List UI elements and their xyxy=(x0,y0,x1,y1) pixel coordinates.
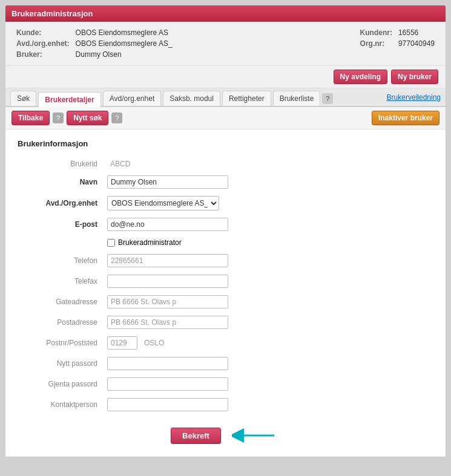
brukerid-value: ABCD xyxy=(107,158,133,170)
avd-org-label: Avd./Org.enhet xyxy=(19,193,104,214)
arrow-container: Bekreft xyxy=(171,426,280,445)
ny-bruker-button[interactable]: Ny bruker xyxy=(391,70,438,84)
avd-org-cell: OBOS Eiendomsmeglere AS_ xyxy=(105,193,432,214)
navn-label: Navn xyxy=(19,172,104,192)
telefax-label: Telefax xyxy=(19,272,104,291)
brukerid-cell: ABCD xyxy=(105,157,432,171)
kundenr-value: 16556 xyxy=(396,28,437,37)
confirm-button[interactable]: Bekreft xyxy=(171,428,221,444)
table-row: Avd./Org.enhet OBOS Eiendomsmeglere AS_ xyxy=(19,193,432,214)
orgnr-label: Org.nr: xyxy=(358,39,395,48)
tab-saksb-modul[interactable]: Saksb. modul xyxy=(163,91,220,106)
postnr-input[interactable] xyxy=(107,336,137,350)
postnr-label: Postnr/Poststed xyxy=(19,333,104,353)
kontaktperson-label: Kontaktperson xyxy=(19,395,104,414)
postadresse-cell xyxy=(105,313,432,332)
brukeradmin-cell: Brukeradministrator xyxy=(105,235,432,250)
outer-container: Brukeradministrasjon Kunde: OBOS Eiendom… xyxy=(0,0,451,462)
tab-sok[interactable]: Søk xyxy=(10,91,36,106)
tab-brukerliste[interactable]: Brukerliste xyxy=(273,91,321,106)
brukerid-label: Brukerid xyxy=(19,157,104,171)
avd-value: OBOS Eiendomsmeglere AS_ xyxy=(73,39,175,48)
postadresse-label: Postadresse xyxy=(19,313,104,332)
bruker-label: Bruker: xyxy=(14,50,72,59)
tabs-row: Søk Brukerdetaljer Avd/org.enhet Saksb. … xyxy=(5,88,446,107)
action-buttons-row: Ny avdeling Ny bruker xyxy=(5,66,446,88)
table-row: E-post xyxy=(19,215,432,234)
table-row: Telefax xyxy=(19,272,432,291)
nytt-passord-label: Nytt passord xyxy=(19,354,104,373)
help-badge-1[interactable]: ? xyxy=(53,112,64,123)
table-row: Telefon xyxy=(19,251,432,270)
ny-avdeling-button[interactable]: Ny avdeling xyxy=(334,70,387,84)
page-title: Brukeradministrasjon xyxy=(12,9,93,18)
orgnr-value: 977040949 xyxy=(396,39,437,48)
telefax-cell xyxy=(105,272,432,291)
kunde-label: Kunde: xyxy=(14,28,72,37)
gateadresse-input[interactable] xyxy=(107,295,228,308)
content-area: Brukerinformasjon Brukerid ABCD Navn xyxy=(5,129,446,457)
table-row: Navn xyxy=(19,172,432,192)
gateadresse-label: Gateadresse xyxy=(19,292,104,311)
navn-input[interactable] xyxy=(107,175,228,189)
toolbar-row: Tilbake ? Nytt søk ? Inaktiver bruker xyxy=(5,107,446,129)
gjenta-passord-label: Gjenta passord xyxy=(19,374,104,394)
telefon-cell xyxy=(105,251,432,270)
avd-org-select-wrapper: OBOS Eiendomsmeglere AS_ xyxy=(107,196,430,210)
help-badge-2[interactable]: ? xyxy=(111,112,122,123)
tab-brukerdetaljer[interactable]: Brukerdetaljer xyxy=(38,92,100,107)
telefon-label: Telefon xyxy=(19,251,104,270)
tab-rettigheter[interactable]: Rettigheter xyxy=(222,91,271,106)
brukeradmin-label: Brukeradministrator xyxy=(118,238,182,247)
back-button[interactable]: Tilbake xyxy=(12,111,50,125)
info-left: Kunde: OBOS Eiendomsmeglere AS Avd./org.… xyxy=(13,27,176,60)
postnr-cell: OSLO xyxy=(105,333,432,353)
kunde-value: OBOS Eiendomsmeglere AS xyxy=(73,28,175,37)
nytt-passord-cell xyxy=(105,354,432,373)
tab-help-icon[interactable]: ? xyxy=(322,93,333,104)
avd-label: Avd./org.enhet: xyxy=(14,39,72,48)
tab-avd-org[interactable]: Avd/org.enhet xyxy=(103,91,162,106)
epost-input[interactable] xyxy=(107,218,228,231)
kontaktperson-cell xyxy=(105,395,432,414)
poststed-value: OSLO xyxy=(141,337,202,349)
gjenta-passord-input[interactable] xyxy=(107,377,228,391)
table-row: Brukeradministrator xyxy=(19,235,432,250)
postadresse-input[interactable] xyxy=(107,316,228,329)
avd-org-select[interactable]: OBOS Eiendomsmeglere AS_ xyxy=(107,196,219,210)
epost-label: E-post xyxy=(19,215,104,234)
table-row: Brukerid ABCD xyxy=(19,157,432,171)
main-panel: Brukeradministrasjon Kunde: OBOS Eiendom… xyxy=(5,5,446,457)
epost-cell xyxy=(105,215,432,234)
section-title: Brukerinformasjon xyxy=(18,139,433,148)
arrow-icon xyxy=(232,426,280,445)
toolbar-left: Tilbake ? Nytt søk ? xyxy=(12,111,122,125)
table-row: Postadresse xyxy=(19,313,432,332)
brukeradmin-row: Brukeradministrator xyxy=(107,238,430,247)
gjenta-passord-cell xyxy=(105,374,432,394)
table-row: Gjenta passord xyxy=(19,374,432,394)
bruker-value: Dummy Olsen xyxy=(73,50,175,59)
table-row: Postnr/Poststed OSLO xyxy=(19,333,432,353)
table-row: Nytt passord xyxy=(19,354,432,373)
nytt-passord-input[interactable] xyxy=(107,357,228,370)
new-search-button[interactable]: Nytt søk xyxy=(67,111,108,125)
header-bar: Brukeradministrasjon xyxy=(5,5,446,22)
navn-cell xyxy=(105,172,432,192)
table-row: Gateadresse xyxy=(19,292,432,311)
inaktiver-bruker-button[interactable]: Inaktiver bruker xyxy=(372,111,439,125)
info-right: Kundenr: 16556 Org.nr: 977040949 xyxy=(357,27,438,60)
kundenr-label: Kundenr: xyxy=(358,28,395,37)
confirm-row: Bekreft xyxy=(18,426,433,445)
postcode-row: OSLO xyxy=(107,336,430,350)
telefon-input[interactable] xyxy=(107,254,228,267)
form-table: Brukerid ABCD Navn Avd./Org.enhet xyxy=(18,155,433,416)
gateadresse-cell xyxy=(105,292,432,311)
telefax-input[interactable] xyxy=(107,275,228,288)
table-row: Kontaktperson xyxy=(19,395,432,414)
kontaktperson-input[interactable] xyxy=(107,398,228,411)
brukeradmin-checkbox[interactable] xyxy=(107,239,115,247)
brukerveiledning-link[interactable]: Brukerveiledning xyxy=(387,93,441,104)
info-section: Kunde: OBOS Eiendomsmeglere AS Avd./org.… xyxy=(5,22,446,66)
